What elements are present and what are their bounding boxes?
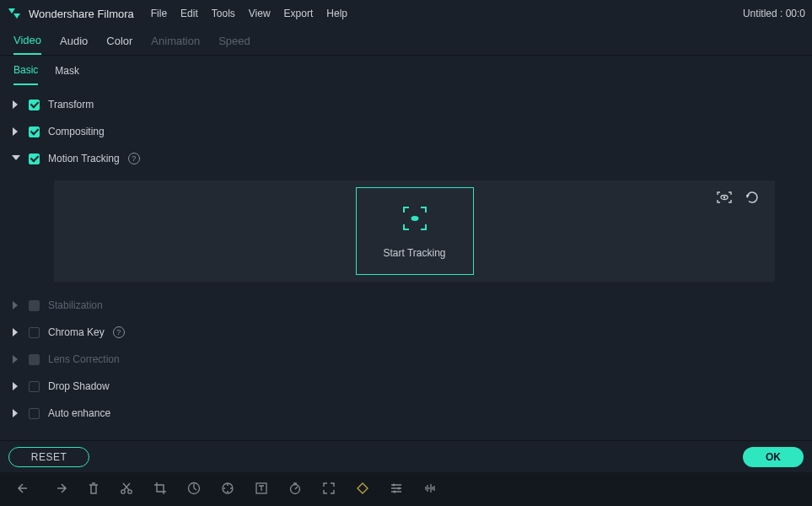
redo-icon[interactable] [52, 482, 67, 497]
tab-audio[interactable]: Audio [60, 28, 88, 54]
subtab-basic[interactable]: Basic [13, 57, 38, 85]
svg-point-21 [223, 487, 225, 489]
fullscreen-icon[interactable] [322, 482, 336, 498]
menu-view[interactable]: View [249, 8, 271, 19]
start-tracking-button[interactable]: Start Tracking [356, 187, 474, 275]
undo-icon[interactable] [17, 482, 32, 497]
prop-label-compositing: Compositing [48, 126, 105, 137]
prop-chroma-key: Chroma Key ? [12, 319, 800, 346]
checkbox-stabilization [29, 300, 40, 311]
crop-icon[interactable] [153, 482, 167, 498]
svg-marker-4 [12, 155, 20, 160]
chevron-right-icon [12, 355, 20, 363]
start-tracking-label: Start Tracking [383, 247, 445, 259]
tab-video[interactable]: Video [13, 27, 41, 55]
tab-speed: Speed [218, 28, 250, 54]
svg-marker-2 [13, 100, 18, 109]
prop-label-motion-tracking: Motion Tracking [48, 153, 120, 164]
menu-export[interactable]: Export [284, 8, 314, 19]
chevron-right-icon [12, 301, 20, 310]
prop-lens-correction: Lens Correction [12, 346, 800, 373]
app-name: Wondershare Filmora [29, 8, 134, 20]
filmora-logo-icon [7, 6, 22, 21]
prop-label-chroma-key: Chroma Key [48, 326, 105, 338]
checkbox-lens-correction [29, 354, 40, 365]
document-title: Untitled : 00:0 [743, 8, 805, 19]
speed-icon[interactable] [187, 482, 201, 498]
menu-help[interactable]: Help [326, 8, 347, 19]
checkbox-chroma-key[interactable] [29, 327, 40, 338]
chevron-right-icon[interactable] [12, 127, 20, 136]
svg-marker-12 [13, 382, 18, 390]
svg-point-25 [393, 483, 395, 486]
checkbox-transform[interactable] [29, 100, 40, 110]
prop-label-stabilization: Stabilization [48, 299, 103, 311]
svg-point-15 [128, 489, 132, 493]
svg-marker-1 [13, 13, 20, 19]
chevron-down-icon[interactable] [12, 155, 20, 162]
prop-compositing: Compositing [12, 118, 800, 145]
sub-tabs: Basic Mask [0, 56, 812, 86]
checkbox-compositing[interactable] [29, 126, 40, 137]
prop-label-auto-enhance: Auto enhance [48, 407, 110, 419]
chevron-right-icon[interactable] [12, 409, 20, 417]
svg-marker-3 [13, 127, 18, 136]
svg-point-20 [227, 491, 229, 493]
chevron-right-icon[interactable] [12, 100, 20, 109]
help-icon[interactable]: ? [128, 153, 140, 164]
chevron-right-icon[interactable] [12, 328, 20, 336]
checkbox-drop-shadow[interactable] [29, 381, 40, 392]
ok-button[interactable]: OK [743, 447, 804, 467]
prop-stabilization: Stabilization [12, 292, 800, 319]
checkbox-motion-tracking[interactable] [29, 153, 40, 164]
subtab-mask[interactable]: Mask [55, 57, 79, 84]
svg-point-7 [723, 196, 725, 198]
menu-items: File Edit Tools View Export Help [151, 8, 347, 19]
svg-marker-11 [13, 355, 18, 363]
svg-point-18 [227, 484, 229, 486]
svg-marker-24 [358, 483, 368, 493]
prop-auto-enhance: Auto enhance [12, 400, 800, 427]
svg-point-14 [121, 489, 125, 493]
svg-marker-0 [8, 8, 15, 13]
svg-point-19 [230, 487, 232, 489]
prop-label-drop-shadow: Drop Shadow [48, 380, 110, 392]
cut-icon[interactable] [120, 482, 133, 498]
menu-file[interactable]: File [151, 8, 167, 19]
chevron-right-icon[interactable] [12, 382, 20, 390]
audio-icon[interactable] [423, 482, 437, 498]
motion-tracking-panel: Start Tracking [54, 180, 775, 282]
menu-tools[interactable]: Tools [212, 8, 235, 19]
svg-marker-9 [13, 301, 18, 310]
svg-point-5 [411, 216, 418, 221]
svg-point-26 [398, 487, 401, 489]
prop-motion-tracking: Motion Tracking ? [12, 145, 800, 172]
keyframe-icon[interactable] [356, 482, 369, 498]
delete-icon[interactable] [88, 482, 99, 498]
app-logo: Wondershare Filmora [7, 6, 134, 21]
checkbox-auto-enhance[interactable] [29, 408, 40, 419]
svg-point-27 [394, 490, 396, 493]
adjust-icon[interactable] [390, 482, 403, 498]
prop-label-lens-correction: Lens Correction [48, 353, 120, 365]
color-icon[interactable] [221, 482, 234, 498]
svg-marker-8 [746, 195, 750, 198]
tab-color[interactable]: Color [106, 28, 132, 54]
duration-icon[interactable] [288, 482, 302, 498]
eye-bracket-icon[interactable] [716, 191, 733, 207]
reset-icon[interactable] [745, 191, 760, 207]
prop-transform: Transform [12, 91, 800, 118]
help-icon[interactable]: ? [113, 326, 125, 338]
tracking-target-icon [401, 204, 429, 235]
tab-animation: Animation [151, 28, 200, 54]
menubar: Wondershare Filmora File Edit Tools View… [0, 0, 812, 27]
tracking-panel-icons [716, 191, 760, 207]
reset-button[interactable]: RESET [8, 447, 89, 467]
text-icon[interactable] [255, 482, 268, 498]
main-tabs: Video Audio Color Animation Speed [0, 27, 812, 56]
prop-label-transform: Transform [48, 99, 94, 110]
menu-edit[interactable]: Edit [180, 8, 198, 19]
bottom-toolbar [0, 472, 812, 506]
svg-marker-10 [13, 328, 18, 336]
properties-panel: Transform Compositing Motion Tracking ? … [0, 86, 812, 427]
